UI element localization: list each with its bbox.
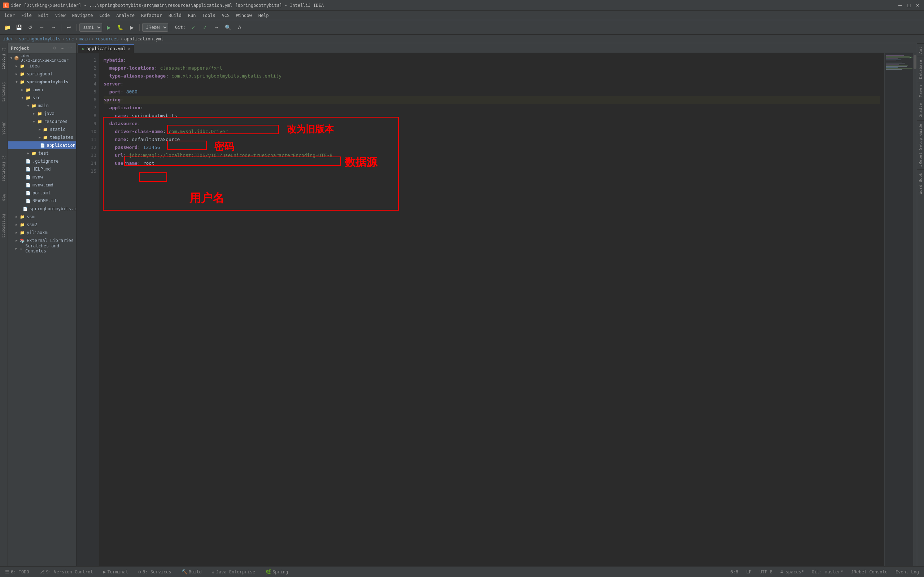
breadcrumb-springbootmybits[interactable]: springbootmybits	[19, 36, 61, 42]
toolbar-refresh-button[interactable]: ↺	[25, 23, 36, 32]
tree-item-helpmd[interactable]: ▶ 📄 HELP.md	[8, 165, 76, 173]
status-git-branch[interactable]: Git: master*	[809, 569, 845, 575]
status-terminal[interactable]: ▶ Terminal	[101, 568, 131, 575]
tree-arrow-springbootmybits: ▼	[15, 80, 19, 84]
status-spring[interactable]: 🌿 Spring	[263, 568, 290, 575]
jrebel-dropdown[interactable]: JRebel	[142, 23, 168, 32]
menu-run[interactable]: Run	[185, 12, 199, 19]
debug-button[interactable]: 🐛	[115, 23, 125, 32]
sidebar-collapse-button[interactable]: −	[59, 45, 66, 52]
tree-item-main[interactable]: ▼ 📁 main	[8, 102, 76, 110]
project-panel-tab[interactable]: 1: Project	[1, 45, 7, 72]
status-java-enterprise[interactable]: ☕ Java Enterprise	[210, 568, 257, 575]
status-services[interactable]: ⚙ 8: Services	[136, 568, 173, 575]
tree-item-application-yml[interactable]: ▶ 📄 application.yml	[8, 141, 76, 149]
code-editor[interactable]: 1 2 3 4 5 6 7 8 9 10 11 12 13 14 15 myba…	[76, 53, 917, 566]
tree-item-resources[interactable]: ▼ 📁 resources	[8, 118, 76, 126]
sidebar-settings-button[interactable]: ⚙	[52, 45, 58, 52]
structure-tab[interactable]: Structure	[1, 79, 7, 105]
menu-analyze[interactable]: Analyze	[113, 12, 137, 19]
toolbar-forward-button[interactable]: →	[48, 23, 58, 32]
status-indent[interactable]: 4 spaces*	[778, 569, 806, 575]
breadcrumb-src[interactable]: src	[66, 36, 74, 42]
right-tab-ant[interactable]: Ant	[917, 43, 924, 56]
menu-build[interactable]: Build	[166, 12, 184, 19]
tree-item-mvnw[interactable]: ▶ 📄 mvnw	[8, 173, 76, 181]
web-tab[interactable]: Web	[1, 192, 7, 204]
git-push-button[interactable]: →	[212, 23, 221, 32]
toolbar-save-button[interactable]: 💾	[14, 23, 24, 32]
run-button[interactable]: ▶	[103, 23, 114, 32]
status-jrebel-console[interactable]: JRebel Console	[849, 569, 890, 575]
menu-file[interactable]: File	[18, 12, 35, 19]
menu-edit[interactable]: Edit	[36, 12, 52, 19]
toolbar-open-button[interactable]: 📁	[2, 23, 12, 32]
git-commit-button[interactable]: ✓	[200, 23, 210, 32]
code-content[interactable]: mybatis: mapper-locations: classpath:map…	[99, 53, 884, 566]
tree-item-gitignore[interactable]: ▶ 📄 .gitignore	[8, 157, 76, 165]
tree-item-src[interactable]: ▼ 📁 src	[8, 94, 76, 102]
tree-item-static[interactable]: ▶ 📁 static	[8, 126, 76, 134]
tree-item-yiliaoxm[interactable]: ▶ 📁 yiliaoxm	[8, 229, 76, 237]
maximize-button[interactable]: □	[905, 2, 913, 9]
menu-refactor[interactable]: Refactor	[138, 12, 165, 19]
menu-code[interactable]: Code	[96, 12, 113, 19]
tree-item-springbootmybits[interactable]: ▼ 📁 springbootmybits	[8, 78, 76, 86]
window-title: ider [D:\zking\xuexin\ider] - ...\spring…	[11, 3, 324, 8]
status-line-ending[interactable]: LF	[744, 569, 754, 575]
breadcrumb-main[interactable]: main	[79, 36, 90, 42]
run-config-dropdown[interactable]: ssm1	[79, 23, 102, 32]
tree-item-idea[interactable]: ▶ 📁 .idea	[8, 62, 76, 70]
tree-item-iml[interactable]: ▶ 📄 springbootmybits.iml	[8, 205, 76, 213]
menu-view[interactable]: View	[52, 12, 69, 19]
jrebel-tab[interactable]: JRebel	[1, 119, 7, 138]
toolbar-undo-button[interactable]: ↩	[64, 23, 74, 32]
menu-vcs[interactable]: VCS	[219, 12, 233, 19]
tree-label-external-libs: External Libraries	[27, 238, 74, 243]
favorites-tab[interactable]: 2: Favorites	[1, 153, 7, 184]
status-cursor-pos[interactable]: 6:8	[729, 569, 741, 575]
menu-window[interactable]: Window	[233, 12, 254, 19]
menu-navigate[interactable]: Navigate	[69, 12, 96, 19]
tree-item-test[interactable]: ▶ 📁 test	[8, 149, 76, 157]
status-build[interactable]: 🔨 Build	[179, 568, 204, 575]
tree-item-templates[interactable]: ▶ 📁 templates	[8, 134, 76, 141]
menu-help[interactable]: Help	[255, 12, 272, 19]
right-tab-jrebel-guide[interactable]: JRebel Setup Guide	[917, 121, 924, 169]
tab-close-button[interactable]: ×	[128, 46, 130, 51]
menu-tools[interactable]: Tools	[200, 12, 218, 19]
tree-item-ssm2[interactable]: ▶ 📁 ssm2	[8, 221, 76, 229]
persistence-tab[interactable]: Persistence	[1, 211, 7, 240]
right-tab-database[interactable]: Database	[917, 56, 924, 82]
coverage-button[interactable]: ▶	[127, 23, 137, 32]
tab-application-yml[interactable]: ⚙ application.yml ×	[78, 44, 134, 53]
tree-item-springboot[interactable]: ▶ 📁 springboot	[8, 70, 76, 78]
tree-item-java[interactable]: ▶ 📁 java	[8, 110, 76, 118]
status-todo[interactable]: ☰ 6: TODO	[3, 568, 31, 575]
tree-item-pomxml[interactable]: ▶ 📄 pom.xml	[8, 189, 76, 197]
event-log-label: Event Log	[895, 569, 919, 574]
status-version-control[interactable]: ⎇ 9: Version Control	[37, 568, 95, 575]
right-tab-wordbook[interactable]: Word Book	[917, 169, 924, 197]
status-encoding[interactable]: UTF-8	[757, 569, 775, 575]
status-event-log[interactable]: Event Log	[893, 569, 921, 575]
toolbar-back-button[interactable]: ←	[37, 23, 47, 32]
right-tab-maven[interactable]: Maven	[917, 82, 924, 100]
toolbar-translate-button[interactable]: A	[234, 23, 245, 32]
tree-item-scratches[interactable]: ▶ ✏ Scratches and Consoles	[8, 245, 76, 253]
status-bar: ☰ 6: TODO ⎇ 9: Version Control ▶ Termina…	[0, 566, 924, 577]
right-tab-gradle[interactable]: Gradle	[917, 100, 924, 121]
tree-item-mvnwcmd[interactable]: ▶ 📄 mvnw.cmd	[8, 181, 76, 189]
tree-item-ssm[interactable]: ▶ 📁 ssm	[8, 213, 76, 221]
breadcrumb-ider[interactable]: ider	[3, 36, 13, 42]
sidebar-gear-button[interactable]: ⋯	[67, 45, 73, 52]
git-update-button[interactable]: ✓	[188, 23, 199, 32]
toolbar-find-button[interactable]: 🔍	[223, 23, 233, 32]
close-button[interactable]: ×	[914, 2, 921, 9]
tree-item-mvn[interactable]: ▶ 📁 .mvn	[8, 86, 76, 94]
menu-ider[interactable]: ider	[2, 12, 18, 19]
tree-item-readme[interactable]: ▶ 📄 README.md	[8, 197, 76, 205]
tree-item-ider[interactable]: ▼ 📦 ider D:\zking\xuexin\ider	[8, 54, 76, 62]
breadcrumb-resources[interactable]: resources	[95, 36, 119, 42]
minimize-button[interactable]: ─	[897, 2, 904, 9]
